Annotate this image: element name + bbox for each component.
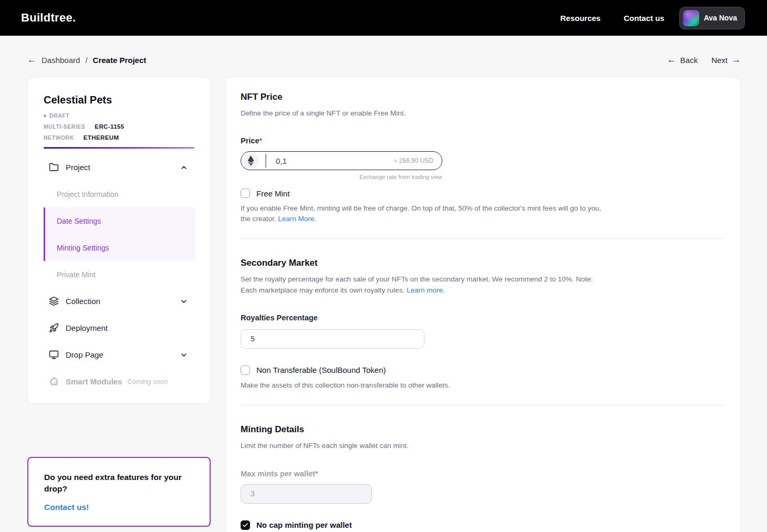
price-input-group: ≈ 266.90 USD	[241, 151, 442, 170]
non-transferable-description: Make the assets of this collection non-t…	[241, 380, 725, 391]
layers-icon	[49, 296, 59, 306]
sidebar-item-label: Smart Modules	[66, 377, 122, 386]
project-status: DRAFT	[44, 112, 194, 119]
status-dot-icon	[44, 114, 46, 117]
nav-link-resources[interactable]: Resources	[560, 14, 600, 23]
meta-row-series: MULTI-SERIES ERC-1155	[44, 123, 194, 130]
free-mint-description: If you enable Free Mint, minting will be…	[241, 203, 603, 224]
sidebar-item-label: Collection	[66, 297, 100, 306]
no-cap-checkbox-row[interactable]: No cap minting per wallet	[241, 520, 725, 530]
sidebar-item-private-mint[interactable]: Private Mint	[28, 261, 210, 288]
section-divider	[241, 238, 725, 239]
required-asterisk: *	[259, 137, 262, 145]
section-subtitle: Set the royalty percentage for each sale…	[241, 274, 594, 296]
network-value: ETHEREUM	[84, 134, 119, 141]
breadcrumb: ← Dashboard / Create Project	[27, 55, 146, 65]
price-field-wrap: ≈ 266.90 USD Exchange rate from trading …	[241, 151, 442, 180]
folder-icon	[49, 162, 59, 172]
rocket-icon	[49, 323, 59, 333]
section-title: Minting Details	[241, 424, 725, 435]
meta-row-network: NETWORK ETHEREUM	[44, 134, 194, 141]
network-label: NETWORK	[44, 134, 74, 141]
breadcrumb-dashboard-link[interactable]: Dashboard	[42, 56, 80, 65]
contact-us-link[interactable]: Contact us!	[44, 503, 194, 512]
minting-settings-panel: NFT Price Define the price of a single N…	[225, 77, 741, 532]
learn-more-link[interactable]: Learn More.	[278, 215, 316, 223]
back-button[interactable]: ← Back	[667, 55, 698, 65]
sidebar-nav: Project Project Information Date Setting…	[28, 154, 210, 395]
sidebar-item-project-information[interactable]: Project Information	[28, 181, 210, 207]
usd-estimate: ≈ 266.90 USD	[394, 157, 433, 164]
breadcrumb-row: ← Dashboard / Create Project ← Back Next…	[0, 36, 767, 65]
user-name: Ava Nova	[704, 14, 737, 22]
coming-soon-badge: Coming soon	[128, 378, 168, 385]
minting-details-section: Minting Details Limit the number of NFTs…	[241, 424, 725, 532]
chevron-down-icon[interactable]	[180, 351, 188, 359]
chevron-up-icon[interactable]	[180, 163, 188, 172]
learn-more-link[interactable]: Learn more.	[407, 286, 445, 294]
section-subtitle: Limit the number of NFTs each single wal…	[241, 441, 725, 451]
series-label: MULTI-SERIES	[44, 123, 85, 130]
price-label: Price*	[241, 137, 725, 145]
project-sidebar-card: Celestial Pets DRAFT MULTI-SERIES ERC-11…	[27, 77, 211, 404]
checkbox-unchecked-icon[interactable]	[241, 366, 250, 375]
sidebar-active-group: Date Settings Minting Settings	[44, 207, 195, 261]
section-divider	[241, 405, 725, 405]
monitor-icon	[49, 350, 59, 360]
sidebar-item-label: Project	[66, 163, 90, 172]
left-column: Celestial Pets DRAFT MULTI-SERIES ERC-11…	[27, 77, 211, 527]
avatar	[683, 10, 699, 26]
non-transferable-label: Non Transferable (SoulBound Token)	[256, 366, 386, 374]
series-value: ERC-1155	[95, 123, 124, 130]
sidebar-item-minting-settings[interactable]: Minting Settings	[45, 234, 195, 261]
nft-price-section: NFT Price Define the price of a single N…	[241, 92, 725, 224]
section-title: Secondary Market	[241, 258, 725, 268]
checkbox-checked-icon[interactable]	[241, 520, 250, 530]
check-icon	[242, 522, 248, 528]
free-mint-label: Free Mint	[256, 189, 289, 198]
sidebar-item-label: Drop Page	[66, 350, 103, 359]
breadcrumb-separator: /	[85, 56, 87, 65]
buildtree-logo: Buildtree.	[21, 11, 76, 25]
next-label: Next	[711, 56, 728, 65]
non-transferable-checkbox-row[interactable]: Non Transferable (SoulBound Token)	[241, 366, 725, 375]
price-input[interactable]	[266, 157, 394, 165]
content-area: Celestial Pets DRAFT MULTI-SERIES ERC-11…	[0, 65, 767, 532]
back-label: Back	[680, 56, 698, 65]
status-label: DRAFT	[49, 112, 69, 119]
no-cap-label: No cap minting per wallet	[256, 520, 352, 529]
section-title: NFT Price	[241, 92, 725, 102]
sidebar-item-project[interactable]: Project	[28, 154, 210, 181]
chevron-down-icon[interactable]	[180, 297, 188, 306]
max-mints-input	[241, 484, 372, 504]
user-menu[interactable]: Ava Nova	[679, 7, 745, 29]
sidebar-item-smart-modules: Smart Modules Coming soon	[28, 368, 210, 395]
ethereum-icon	[243, 153, 258, 169]
royalties-input[interactable]	[241, 329, 424, 349]
sidebar-item-label: Deployment	[66, 324, 108, 332]
sidebar-item-collection[interactable]: Collection	[28, 288, 210, 315]
sidebar-item-deployment[interactable]: Deployment	[28, 315, 210, 341]
puzzle-icon	[49, 377, 59, 387]
section-subtitle: Define the price of a single NFT or enab…	[241, 108, 725, 119]
sidebar-item-date-settings[interactable]: Date Settings	[45, 207, 195, 234]
secondary-market-section: Secondary Market Set the royalty percent…	[241, 258, 725, 390]
top-nav: Buildtree. Resources Contact us Ava Nova	[0, 0, 767, 36]
help-card: Do you need extra features for your drop…	[27, 457, 211, 527]
next-button[interactable]: Next →	[711, 55, 741, 65]
free-mint-checkbox-row[interactable]: Free Mint	[241, 189, 725, 198]
back-arrow-icon: ←	[667, 55, 676, 65]
sidebar-item-drop-page[interactable]: Drop Page	[28, 341, 210, 368]
royalties-label: Royalties Percentage	[241, 314, 725, 322]
next-arrow-icon: →	[732, 55, 741, 65]
checkbox-unchecked-icon[interactable]	[241, 189, 250, 198]
wizard-pager: ← Back Next →	[667, 55, 741, 65]
project-title: Celestial Pets	[44, 94, 194, 106]
help-question: Do you need extra features for your drop…	[44, 472, 194, 495]
breadcrumb-back-icon[interactable]: ←	[27, 55, 36, 65]
exchange-rate-note: Exchange rate from trading view	[241, 174, 442, 180]
progress-gradient-bar	[44, 147, 194, 149]
breadcrumb-current: Create Project	[93, 56, 147, 65]
max-mints-label: Max mints per wallet*	[241, 470, 725, 478]
nav-link-contact-us[interactable]: Contact us	[624, 14, 665, 23]
